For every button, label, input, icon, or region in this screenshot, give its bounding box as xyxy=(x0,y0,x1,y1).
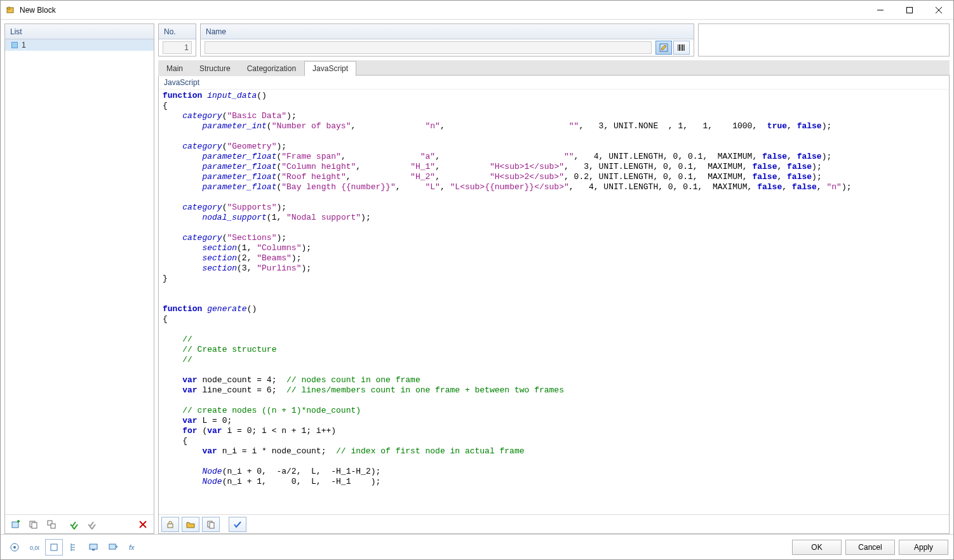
list-toolbar xyxy=(5,514,154,533)
list-item-label: 1 xyxy=(22,41,26,50)
preview-box xyxy=(698,23,950,57)
name-box: Name xyxy=(200,23,694,57)
duplicate-item-button[interactable] xyxy=(43,517,60,532)
close-button[interactable] xyxy=(924,1,953,19)
no-box: No. 1 xyxy=(158,23,196,57)
svg-rect-16 xyxy=(678,44,678,51)
ok-button[interactable]: OK xyxy=(792,540,842,555)
name-input[interactable] xyxy=(205,41,652,54)
tab-structure[interactable]: Structure xyxy=(191,61,239,76)
code-editor[interactable]: function input_data() { category("Basic … xyxy=(159,90,949,514)
cancel-button[interactable]: Cancel xyxy=(845,540,895,555)
help-button[interactable] xyxy=(6,539,24,556)
tab-javascript[interactable]: JavaScript xyxy=(304,61,356,76)
svg-point-25 xyxy=(13,546,16,549)
code-subheader: JavaScript xyxy=(159,76,949,90)
open-file-button[interactable] xyxy=(182,517,199,532)
code-toolbar xyxy=(159,514,949,533)
svg-rect-32 xyxy=(90,544,97,549)
list-header: List xyxy=(5,24,154,39)
window-title: New Block xyxy=(20,6,866,15)
svg-rect-19 xyxy=(682,44,683,51)
bottombar: 0,00 fx OK Cancel Apply xyxy=(1,534,953,559)
copy-item-button[interactable] xyxy=(25,517,42,532)
list-item[interactable]: 1 xyxy=(5,39,154,51)
view-2d-button[interactable] xyxy=(45,539,63,556)
uncheck-all-button[interactable] xyxy=(84,517,100,532)
new-item-button[interactable] xyxy=(8,517,24,532)
svg-rect-6 xyxy=(12,522,18,528)
tree-button[interactable] xyxy=(65,539,83,556)
no-header: No. xyxy=(159,24,196,39)
units-button[interactable]: 0,00 xyxy=(25,539,43,556)
tab-categorization[interactable]: Categorization xyxy=(239,61,304,76)
list-area[interactable]: 1 xyxy=(5,39,154,514)
delete-item-button[interactable] xyxy=(135,517,151,532)
list-item-color-swatch xyxy=(11,42,18,48)
apply-button[interactable]: Apply xyxy=(899,540,948,555)
svg-rect-20 xyxy=(684,44,685,51)
lock-button[interactable] xyxy=(161,517,179,532)
export-button[interactable] xyxy=(104,539,122,556)
app-icon xyxy=(6,5,16,15)
fx-button[interactable]: fx xyxy=(124,539,142,556)
tabstrip: Main Structure Categorization JavaScript xyxy=(158,60,950,76)
validate-button[interactable] xyxy=(229,517,246,532)
svg-rect-21 xyxy=(168,524,173,528)
list-panel: List 1 xyxy=(4,23,154,534)
name-header: Name xyxy=(201,24,694,39)
display-button[interactable] xyxy=(84,539,102,556)
svg-point-1 xyxy=(8,7,10,10)
code-container: JavaScript function input_data() { categ… xyxy=(158,76,950,534)
edit-name-button[interactable] xyxy=(655,41,672,55)
maximize-button[interactable] xyxy=(895,1,924,19)
svg-rect-33 xyxy=(92,549,95,550)
tab-main[interactable]: Main xyxy=(158,61,191,76)
no-value[interactable]: 1 xyxy=(163,41,192,54)
minimize-button[interactable] xyxy=(866,1,895,19)
svg-rect-10 xyxy=(32,523,37,528)
right-panel: No. 1 Name xyxy=(158,23,950,534)
svg-text:0,00: 0,00 xyxy=(30,545,39,551)
check-all-button[interactable] xyxy=(66,517,83,532)
barcode-button[interactable] xyxy=(673,41,690,55)
svg-rect-17 xyxy=(679,44,680,51)
svg-rect-34 xyxy=(109,544,116,549)
titlebar: New Block xyxy=(1,1,953,20)
svg-text:fx: fx xyxy=(129,543,135,551)
svg-rect-27 xyxy=(51,544,57,550)
code-content[interactable]: function input_data() { category("Basic … xyxy=(163,91,945,487)
svg-rect-23 xyxy=(210,523,214,528)
svg-rect-18 xyxy=(681,44,682,51)
copy-code-button[interactable] xyxy=(202,517,220,532)
svg-rect-3 xyxy=(907,7,913,13)
svg-rect-12 xyxy=(51,524,55,528)
